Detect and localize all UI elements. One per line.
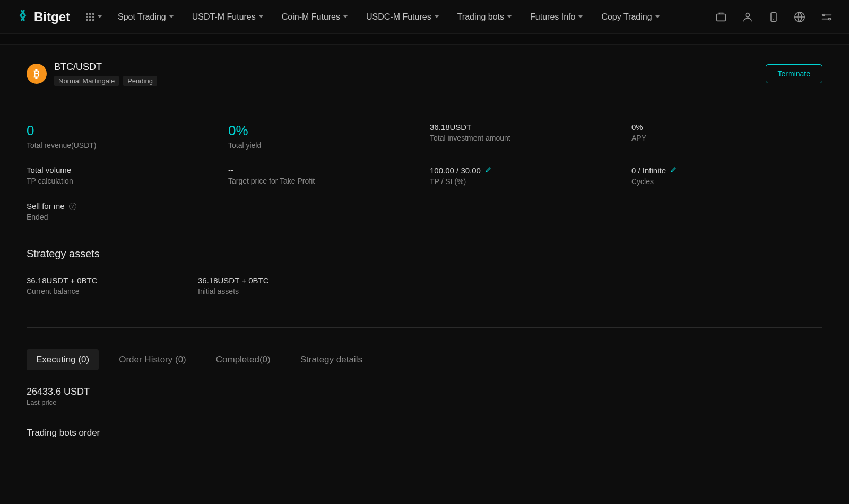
badge-status: Pending [123,76,157,86]
edit-icon[interactable] [670,166,678,175]
chevron-down-icon [98,15,102,18]
logo[interactable]: Bitget [16,8,70,25]
stat-cycles: 0 / Infinite Cycles [631,166,822,186]
stat-label: APY [631,134,822,142]
stat-label: Total revenue(USDT) [27,141,218,150]
stat-label: TP / SL(%) [430,177,621,186]
stat-total-volume: Total volume TP calculation [27,166,218,186]
coin-symbol: ₿ [34,68,39,80]
stat-value: Total volume [27,166,218,175]
main-header: Bitget Spot Trading USDT-M Futures Coin-… [0,0,849,34]
chevron-down-icon [655,15,660,18]
globe-icon[interactable] [794,11,805,23]
tab-strategy-details[interactable]: Strategy details [291,349,372,370]
svg-point-1 [746,13,749,16]
stat-label: Initial assets [198,287,822,296]
pair-info: BTC/USDT Normal Martingale Pending [54,62,157,86]
assets-grid: 36.18USDT + 0BTC Current balance 36.18US… [27,276,822,311]
stat-label: Total yield [228,141,419,150]
stat-value: Sell for me [27,202,65,211]
svg-rect-2 [771,12,776,21]
svg-rect-0 [717,14,726,21]
user-icon[interactable] [742,11,753,23]
chevron-down-icon [259,15,263,18]
stat-value: 36.18USDT + 0BTC [198,276,822,285]
chevron-down-icon [578,15,583,18]
tabs-section: Executing (0) Order History (0) Complete… [0,328,849,449]
chevron-down-icon [435,15,439,18]
tabs: Executing (0) Order History (0) Complete… [27,349,822,370]
stats-grid: 0 Total revenue(USDT) 0% Total yield 36.… [27,123,822,221]
nav-trading-bots[interactable]: Trading bots [457,12,512,22]
page-header: ₿ BTC/USDT Normal Martingale Pending Ter… [0,45,849,101]
svg-point-8 [829,18,831,20]
help-icon[interactable]: ? [69,203,76,210]
stat-tp-sl: 100.00 / 30.00 TP / SL(%) [430,166,621,186]
stat-label: Current balance [27,287,187,296]
chevron-down-icon [169,15,174,18]
logo-icon [16,8,30,25]
stat-value: 0 / Infinite [631,166,666,175]
stat-value: 0% [228,123,419,139]
stat-total-revenue: 0 Total revenue(USDT) [27,123,218,150]
order-title: Trading bots order [27,428,822,438]
nav-usdtm-futures[interactable]: USDT-M Futures [192,12,263,22]
nav-futures-info[interactable]: Futures Info [530,12,583,22]
badge-strategy: Normal Martingale [54,76,119,86]
tab-order-history[interactable]: Order History (0) [109,349,196,370]
apps-menu-button[interactable] [86,13,102,21]
nav-spot-trading[interactable]: Spot Trading [118,12,174,22]
nav-label: Spot Trading [118,12,166,22]
stat-total-investment: 36.18USDT Total investment amount [430,123,621,150]
pair-section: ₿ BTC/USDT Normal Martingale Pending [27,62,157,86]
stat-sell-for-me: Sell for me ? Ended [27,202,218,221]
stat-value: 0% [631,123,822,132]
strategy-assets-title: Strategy assets [27,248,822,260]
header-icons [715,11,833,23]
stat-apy: 0% APY [631,123,822,150]
chevron-down-icon [507,15,512,18]
nav-label: Trading bots [457,12,504,22]
main-nav: Spot Trading USDT-M Futures Coin-M Futur… [118,12,715,22]
svg-point-5 [823,14,825,16]
stat-current-balance: 36.18USDT + 0BTC Current balance [27,276,187,296]
stat-value: -- [228,166,419,175]
edit-icon[interactable] [485,166,492,175]
mobile-icon[interactable] [768,11,779,23]
nav-coinm-futures[interactable]: Coin-M Futures [282,12,348,22]
nav-label: USDC-M Futures [366,12,431,22]
nav-copy-trading[interactable]: Copy Trading [601,12,659,22]
stat-label: Target price for Take Profit [228,177,419,185]
nav-label: USDT-M Futures [192,12,256,22]
nav-label: Futures Info [530,12,575,22]
nav-label: Coin-M Futures [282,12,340,22]
pair-name: BTC/USDT [54,62,157,73]
stat-label: Total investment amount [430,134,621,142]
stats-section: 0 Total revenue(USDT) 0% Total yield 36.… [0,101,849,327]
terminate-button[interactable]: Terminate [766,64,822,83]
chevron-down-icon [343,15,348,18]
settings-icon[interactable] [820,11,833,23]
stat-value: 36.18USDT + 0BTC [27,276,187,285]
tab-executing[interactable]: Executing (0) [27,349,99,370]
nav-usdcm-futures[interactable]: USDC-M Futures [366,12,439,22]
price-value: 26433.6 USDT [27,386,822,397]
tab-completed[interactable]: Completed(0) [206,349,280,370]
apps-grid-icon [86,13,94,21]
stat-target-price: -- Target price for Take Profit [228,166,419,186]
stat-value: 36.18USDT [430,123,621,132]
stat-label: Cycles [631,177,822,186]
logo-text: Bitget [34,10,70,24]
stat-total-yield: 0% Total yield [228,123,419,150]
stat-label: TP calculation [27,177,218,185]
sub-header [0,34,849,45]
stat-label: Ended [27,213,218,221]
stat-value: 0 [27,123,218,139]
price-label: Last price [27,398,822,406]
badges: Normal Martingale Pending [54,76,157,86]
btc-coin-icon: ₿ [27,64,47,84]
wallet-icon[interactable] [715,11,727,23]
stat-value: 100.00 / 30.00 [430,166,481,175]
price-info: 26433.6 USDT Last price [27,386,822,406]
nav-label: Copy Trading [601,12,652,22]
